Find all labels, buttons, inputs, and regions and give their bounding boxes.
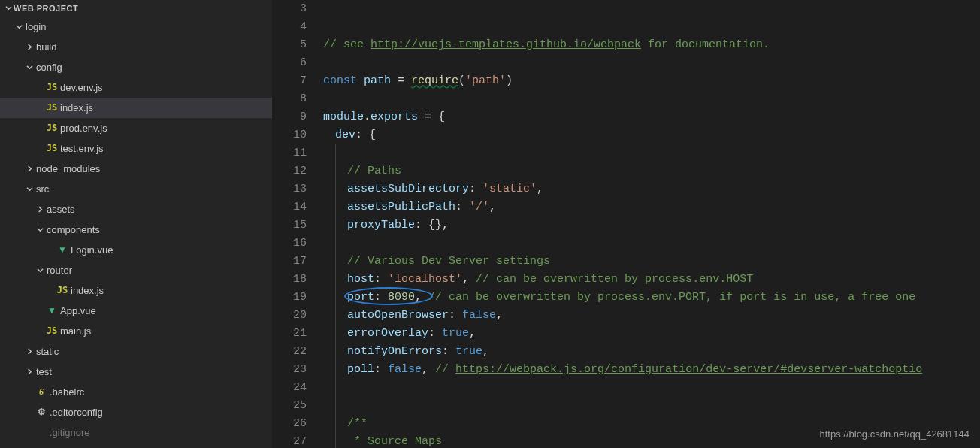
file-label: .editorconfig: [48, 402, 103, 422]
folder-label: assets: [45, 199, 75, 219]
folder-router[interactable]: router: [0, 260, 272, 280]
line-number: 3: [272, 0, 307, 18]
code-line[interactable]: assetsPublicPath: '/',: [323, 198, 980, 216]
token-punct: .: [364, 110, 371, 123]
code-line[interactable]: [323, 54, 980, 72]
indent-guide: [323, 289, 335, 307]
indent-guide: [335, 415, 347, 433]
file-dev.env.js[interactable]: JSdev.env.js: [0, 77, 272, 98]
folder-login[interactable]: login: [0, 17, 272, 37]
token-punct: :: [374, 363, 388, 376]
file-label: prod.env.js: [59, 118, 107, 138]
file-test.env.js[interactable]: JStest.env.js: [0, 138, 272, 159]
code-line[interactable]: dev: {: [323, 126, 980, 144]
token-comment: // see: [323, 38, 371, 51]
folder-label: components: [45, 219, 100, 240]
folder-node_modules[interactable]: node_modules: [0, 159, 272, 179]
token-var: path: [364, 74, 391, 87]
line-number: 24: [272, 379, 307, 397]
code-line[interactable]: [323, 379, 980, 397]
folder-config[interactable]: config: [0, 57, 272, 77]
token-bool: true: [455, 345, 482, 358]
folder-label: config: [35, 57, 62, 77]
folder-label: router: [45, 260, 72, 280]
code-line[interactable]: [323, 90, 980, 108]
chevron-right-icon: [35, 206, 45, 213]
line-number: 13: [272, 180, 307, 198]
code-line[interactable]: poll: false, // https://webpack.js.org/c…: [323, 361, 980, 379]
indent-guide: [335, 379, 347, 397]
file-App.vue[interactable]: ▼App.vue: [0, 301, 272, 321]
token-punct: :: [442, 345, 455, 358]
code-line[interactable]: [323, 397, 980, 415]
line-number: 6: [272, 54, 307, 72]
file-index.js[interactable]: JSindex.js: [0, 98, 272, 118]
file-index.js[interactable]: JSindex.js: [0, 280, 272, 301]
file-Login.vue[interactable]: ▼Login.vue: [0, 240, 272, 260]
code-line[interactable]: [323, 235, 980, 253]
indent-guide: [323, 307, 335, 325]
file-.gitignore[interactable]: .gitignore: [0, 422, 272, 443]
line-number: 21: [272, 325, 307, 343]
line-number: 17: [272, 253, 307, 271]
indent-guide: [323, 397, 335, 415]
indent-guide: [335, 144, 347, 162]
token-punct: = {: [418, 110, 445, 123]
folder-assets[interactable]: assets: [0, 199, 272, 219]
token-comment: // can be overwritten by process.env.HOS…: [476, 273, 753, 286]
file-.babelrc[interactable]: 6.babelrc: [0, 382, 272, 402]
token-str: '/': [469, 201, 489, 213]
file-label: main.js: [59, 321, 91, 341]
code-line[interactable]: notifyOnErrors: true,: [323, 343, 980, 361]
indent-guide: [323, 235, 335, 253]
line-number: 19: [272, 289, 307, 307]
code-line[interactable]: const path = require('path'): [323, 72, 980, 90]
file-main.js[interactable]: JSmain.js: [0, 321, 272, 341]
code-line[interactable]: * Source Maps: [323, 433, 980, 448]
line-number: 5: [272, 36, 307, 54]
token-fn: require: [411, 74, 458, 87]
file-prod.env.js[interactable]: JSprod.env.js: [0, 118, 272, 138]
code-line[interactable]: // Paths: [323, 162, 980, 180]
line-number: 18: [272, 271, 307, 289]
code-line[interactable]: host: 'localhost', // can be overwritten…: [323, 271, 980, 289]
code-line[interactable]: [323, 144, 980, 162]
line-number: 20: [272, 307, 307, 325]
file-label: index.js: [69, 280, 104, 301]
code-line[interactable]: assetsSubDirectory: 'static',: [323, 180, 980, 198]
folder-src[interactable]: src: [0, 179, 272, 199]
token-key: autoOpenBrowser: [347, 309, 449, 322]
line-number: 26: [272, 415, 307, 433]
code-area[interactable]: // see http://vuejs-templates.github.io/…: [323, 0, 980, 448]
token-punct: :: [469, 183, 482, 195]
folder-build[interactable]: build: [0, 37, 272, 57]
folder-test[interactable]: test: [0, 362, 272, 382]
code-line[interactable]: autoOpenBrowser: false,: [323, 307, 980, 325]
file-.editorconfig[interactable]: ⚙.editorconfig: [0, 402, 272, 422]
token-key: port: [347, 291, 374, 304]
code-line[interactable]: proxyTable: {},: [323, 216, 980, 235]
explorer-header[interactable]: WEB PROJECT: [0, 0, 272, 17]
token-punct: (: [458, 74, 465, 87]
token-str: 'path': [465, 74, 506, 87]
indent-guide: [335, 271, 347, 289]
token-comment: for documentation.: [641, 38, 770, 51]
chevron-right-icon: [24, 44, 35, 50]
code-line[interactable]: port: 8090, // can be overwritten by pro…: [323, 289, 980, 307]
token-str: 'localhost': [388, 273, 462, 286]
indent-guide: [335, 162, 347, 180]
code-line[interactable]: module.exports = {: [323, 108, 980, 126]
code-line[interactable]: errorOverlay: true,: [323, 325, 980, 343]
js-file-icon: JS: [45, 138, 59, 159]
chevron-down-icon: [24, 64, 35, 71]
code-line[interactable]: /**: [323, 415, 980, 433]
folder-static[interactable]: static: [0, 341, 272, 362]
indent-guide: [323, 343, 335, 361]
indent-guide: [335, 216, 347, 235]
folder-components[interactable]: components: [0, 219, 272, 240]
token-comment: // Various Dev Server settings: [347, 255, 550, 268]
code-line[interactable]: // see http://vuejs-templates.github.io/…: [323, 36, 980, 54]
explorer-title: WEB PROJECT: [14, 4, 78, 13]
code-line[interactable]: // Various Dev Server settings: [323, 253, 980, 271]
code-editor[interactable]: 3456789101112131415161718192021222324252…: [272, 0, 980, 448]
